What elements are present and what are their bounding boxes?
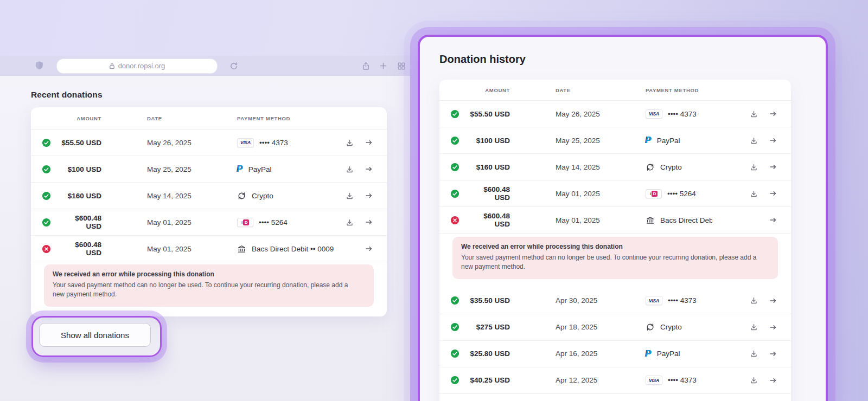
success-icon	[450, 136, 459, 145]
donation-row[interactable]: $160 USD May 14, 2025 VISA P iD Crypto	[439, 154, 791, 180]
donation-date: Apr 12, 2025	[556, 376, 646, 384]
error-title: We received an error while processing th…	[53, 270, 365, 278]
payment-method-label: •••• 4373	[668, 110, 697, 118]
arrow-right-icon-button[interactable]	[766, 107, 780, 121]
download-icon-button[interactable]	[746, 107, 761, 121]
shield-icon[interactable]	[34, 61, 44, 72]
download-icon-button[interactable]	[342, 162, 356, 176]
donation-row[interactable]: $600.48 USD May 01, 2025 VISA P iD Bacs …	[31, 236, 387, 262]
column-header-payment-method: PAYMENT METHOD	[237, 115, 342, 121]
payment-method-cell: VISA P iD •••• 5264	[646, 189, 746, 198]
address-bar[interactable]: donor.ropsi.org	[56, 59, 218, 74]
arrow-right-icon-button[interactable]	[766, 320, 780, 334]
donation-date: May 01, 2025	[556, 190, 646, 198]
download-icon-button[interactable]	[342, 189, 356, 203]
arrow-right-icon-button[interactable]	[362, 215, 376, 229]
payment-method-cell: VISA P iD •••• 4373	[646, 109, 746, 119]
donation-date: May 01, 2025	[556, 216, 646, 224]
arrow-right-icon-button[interactable]	[362, 162, 376, 176]
donation-date: Apr 30, 2025	[556, 296, 646, 305]
download-icon-button[interactable]	[746, 160, 761, 174]
error-icon	[450, 216, 459, 225]
donation-amount: $600.48 USD	[470, 185, 510, 202]
donation-row[interactable]: $40.25 USD Apr 12, 2025 VISA P iD •••• 4…	[439, 367, 791, 394]
donation-row[interactable]: $35.50 USD Apr 30, 2025 VISA P iD •••• 4…	[439, 288, 791, 314]
url-text: donor.ropsi.org	[118, 62, 165, 70]
donation-row[interactable]: $275 USD Apr 18, 2025 VISA P iD Crypto	[439, 314, 791, 341]
donation-date: May 01, 2025	[147, 245, 237, 253]
donation-amount: $275 USD	[470, 323, 510, 331]
donation-row[interactable]: $100 USD May 25, 2025 VISA P iD PayPal	[31, 156, 387, 183]
donation-row[interactable]: $55.50 USD May 26, 2025 VISA P iD •••• 4…	[439, 101, 791, 127]
donation-row[interactable]: $120 USD Apr 06, 2025 VISA P iD •••• 437…	[439, 394, 791, 401]
paypal-icon: P	[646, 350, 652, 358]
arrow-right-icon-button[interactable]	[766, 213, 780, 227]
download-icon-button[interactable]	[746, 347, 761, 361]
browser-toolbar: donor.ropsi.org	[0, 56, 410, 76]
payment-method-cell: VISA P iD •••• 4373	[646, 296, 746, 305]
visa-badge-icon: VISA	[646, 109, 662, 119]
donation-amount: $600.48 USD	[61, 241, 101, 257]
new-tab-icon[interactable]	[378, 61, 388, 72]
payment-method-cell: VISA P iD PayPal	[646, 136, 746, 145]
donation-amount: $25.80 USD	[470, 350, 510, 358]
donation-date: May 14, 2025	[556, 163, 646, 171]
show-all-donations-button[interactable]: Show all donations	[39, 323, 151, 347]
donation-row[interactable]: $600.48 USD May 01, 2025 VISA P iD •••• …	[439, 180, 791, 207]
arrow-right-icon-button[interactable]	[362, 189, 376, 203]
arrow-right-icon-button[interactable]	[362, 242, 376, 256]
donation-amount: $100 USD	[470, 137, 510, 145]
donation-amount: $55.50 USD	[470, 110, 510, 118]
visa-badge-icon: VISA	[646, 376, 662, 385]
donation-date: May 25, 2025	[147, 165, 237, 173]
download-icon-button[interactable]	[342, 215, 356, 229]
arrow-right-icon-button[interactable]	[766, 294, 780, 308]
error-icon	[42, 244, 51, 254]
arrow-right-icon-button[interactable]	[766, 133, 780, 147]
donation-row[interactable]: $25.80 USD Apr 16, 2025 VISA P iD PayPal	[439, 341, 791, 367]
download-icon-button[interactable]	[746, 186, 761, 200]
download-icon-button[interactable]	[342, 135, 356, 150]
tabs-overview-icon[interactable]	[396, 61, 407, 72]
donation-amount: $55.50 USD	[61, 139, 101, 147]
error-title: We received an error while processing th…	[461, 243, 769, 250]
download-icon-button[interactable]	[746, 133, 761, 147]
donation-row[interactable]: $600.48 USD May 01, 2025 VISA P iD Bacs …	[439, 207, 791, 234]
card-brand-icon: iD	[237, 218, 253, 227]
download-icon-button[interactable]	[746, 320, 761, 334]
donation-amount: $35.50 USD	[470, 296, 510, 305]
success-icon	[450, 349, 459, 358]
donation-row[interactable]: $600.48 USD May 01, 2025 VISA P iD •••• …	[31, 209, 387, 236]
arrow-right-icon-button[interactable]	[362, 135, 376, 150]
donation-date: May 14, 2025	[147, 192, 237, 200]
arrow-right-icon-button[interactable]	[766, 347, 780, 361]
crypto-icon	[237, 191, 246, 200]
screen: donor.ropsi.org Recent donations AMOUNT	[0, 0, 868, 401]
error-body: Your saved payment method can no longer …	[53, 281, 348, 300]
success-icon	[42, 218, 51, 227]
donation-row[interactable]: $100 USD May 25, 2025 VISA P iD PayPal	[439, 127, 791, 154]
column-header-amount: AMOUNT	[470, 87, 510, 93]
donation-history-table: AMOUNT DATE PAYMENT METHOD $55.50 USD Ma…	[439, 80, 791, 401]
arrow-right-icon-button[interactable]	[766, 373, 780, 387]
donation-row[interactable]: $160 USD May 14, 2025 VISA P iD Crypto	[31, 183, 387, 209]
browser-window: donor.ropsi.org Recent donations AMOUNT	[0, 56, 410, 401]
donation-amount: $100 USD	[61, 165, 101, 173]
share-icon[interactable]	[360, 61, 371, 72]
donation-amount: $600.48 USD	[470, 212, 510, 228]
arrow-right-icon-button[interactable]	[766, 160, 780, 174]
download-icon-button[interactable]	[746, 294, 761, 308]
donation-row[interactable]: $55.50 USD May 26, 2025 VISA P iD •••• 4…	[31, 130, 387, 156]
payment-method-label: PayPal	[657, 350, 680, 358]
donation-date: May 26, 2025	[556, 110, 646, 118]
crypto-icon	[646, 322, 655, 332]
download-icon-button[interactable]	[746, 373, 761, 387]
success-icon	[450, 163, 459, 172]
page-title: Recent donations	[31, 90, 410, 100]
payment-method-cell: VISA P iD Crypto	[237, 191, 342, 200]
arrow-right-icon-button[interactable]	[766, 186, 780, 200]
payment-method-cell: VISA P iD Bacs Direct Debit •• 0009	[237, 244, 342, 254]
donation-amount: $160 USD	[61, 192, 101, 200]
reload-icon[interactable]	[228, 61, 239, 72]
success-icon	[450, 376, 459, 385]
